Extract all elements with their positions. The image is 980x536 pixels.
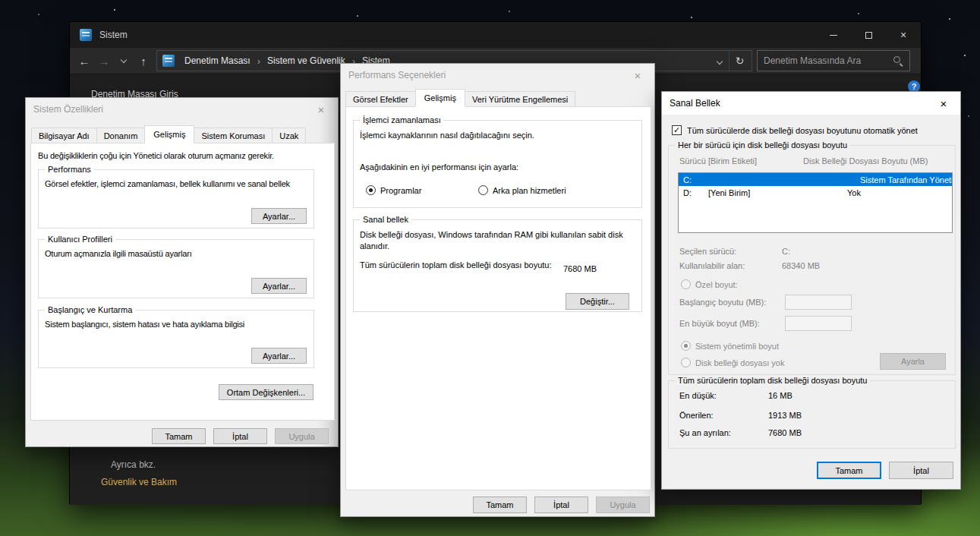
group-title: Her bir sürücü için disk belleği dosyası…: [675, 140, 850, 150]
scheduling-prompt: Aşağıdakinin en iyi performansı için aya…: [360, 162, 518, 172]
radio-no-pagefile: Disk belleği dosyası yok: [681, 358, 784, 367]
cancel-button[interactable]: İptal: [889, 462, 953, 479]
cancel-button[interactable]: İptal: [534, 497, 588, 513]
tab-advanced[interactable]: Gelişmiş: [144, 125, 194, 143]
totals-group: Tüm sürücülerin toplam disk belleği dosy…: [668, 380, 956, 449]
dialog-titlebar[interactable]: Sistem Özellikleri ×: [26, 98, 338, 121]
maximize-button[interactable]: [851, 22, 886, 48]
drive-paging-size: Sistem Tarafından Yönetilen: [860, 175, 953, 184]
desktop-wallpaper: Sistem × ← → ↑ Denetim Masası › Sistem v…: [0, 0, 980, 536]
search-input[interactable]: [764, 55, 893, 66]
total-paging-value: 7680 MB: [563, 264, 597, 273]
cancel-button[interactable]: İptal: [213, 428, 267, 444]
radio-icon: [681, 341, 691, 351]
selected-drive-value: C:: [782, 247, 790, 256]
minimize-button[interactable]: [816, 22, 851, 48]
history-dropdown-button[interactable]: [114, 49, 134, 72]
breadcrumb-separator-icon[interactable]: ›: [256, 55, 262, 67]
set-button: Ayarla: [880, 353, 946, 370]
breadcrumb-system-security[interactable]: Sistem ve Güvenlik: [262, 55, 351, 66]
window-titlebar[interactable]: Sistem ×: [70, 22, 921, 48]
radio-programs[interactable]: Programlar: [366, 185, 421, 195]
address-dropdown-button[interactable]: [711, 55, 729, 66]
radio-label: Disk belleği dosyası yok: [695, 358, 784, 367]
group-title: Performans: [45, 165, 94, 174]
search-icon: [893, 55, 903, 66]
tab-strip: Görsel Efektler Gelişmiş Veri Yürütme En…: [345, 89, 575, 107]
tab-hardware[interactable]: Donanım: [96, 128, 146, 143]
user-profiles-group: Kullanıcı Profilleri Oturum açmanızla il…: [38, 239, 314, 298]
group-title: Kullanıcı Profilleri: [45, 235, 115, 244]
tab-computer-name[interactable]: Bilgisayar Adı: [31, 128, 97, 143]
total-paging-label: Tüm sürücülerin toplam disk belleği dosy…: [360, 260, 559, 271]
minimum-value: 16 MB: [768, 391, 793, 400]
initial-size-input: [785, 295, 852, 310]
auto-manage-checkbox[interactable]: ✓ Tüm sürücülerde disk belleği dosyası b…: [672, 125, 918, 135]
close-icon[interactable]: ×: [621, 64, 654, 87]
checkbox-checked-icon: ✓: [672, 125, 682, 135]
dialog-title: Sanal Bellek: [670, 98, 720, 109]
tab-system-protection[interactable]: Sistem Koruması: [194, 128, 273, 143]
control-panel-icon: [162, 55, 175, 67]
change-button[interactable]: Değiştir...: [566, 293, 629, 310]
system-properties-dialog: Sistem Özellikleri × Bilgisayar Adı Dona…: [25, 97, 339, 447]
tab-advanced[interactable]: Gelişmiş: [415, 89, 465, 107]
group-description: Oturum açmanızla ilgili masaüstü ayarlar…: [45, 249, 192, 258]
per-drive-group: Her bir sürücü için disk belleği dosyası…: [668, 145, 956, 375]
minimum-label: En düşük:: [679, 391, 717, 400]
radio-background-services[interactable]: Arka plan hizmetleri: [478, 185, 566, 195]
apply-button: Uygula: [596, 497, 650, 513]
column-header-size: Disk Belleği Dosyası Boyutu (MB): [803, 156, 928, 166]
ok-button[interactable]: Tamam: [152, 428, 206, 444]
group-description: Sistem başlangıcı, sistem hatası ve hata…: [45, 320, 244, 329]
radio-system-managed: Sistem yönetimli boyut: [681, 341, 779, 351]
virtual-memory-dialog: Sanal Bellek × ✓ Tüm sürücülerde disk be…: [661, 91, 961, 490]
drive-row-d[interactable]: D: [Yeni Birim] Yok: [679, 186, 952, 199]
virtual-memory-description: Disk belleği dosyası, Windows tarafından…: [360, 229, 637, 252]
tab-visual-effects[interactable]: Görsel Efektler: [345, 91, 416, 107]
environment-variables-button[interactable]: Ortam Değişkenleri...: [219, 384, 314, 400]
up-button[interactable]: ↑: [134, 49, 153, 72]
dialog-title: Performans Seçenekleri: [348, 70, 446, 80]
radio-label: Programlar: [380, 186, 421, 195]
drive-listbox[interactable]: C: Sistem Tarafından Yönetilen D: [Yeni …: [678, 172, 953, 233]
allocated-value: 7680 MB: [768, 428, 802, 437]
initial-size-label: Başlangıç boyutu (MB):: [679, 298, 766, 307]
apply-button: Uygula: [275, 428, 329, 444]
ok-button[interactable]: Tamam: [817, 462, 881, 479]
max-size-label: En büyük boyut (MB):: [679, 319, 760, 328]
radio-custom-size: Özel boyut:: [681, 279, 738, 289]
startup-recovery-settings-button[interactable]: Ayarlar...: [251, 348, 307, 364]
recommended-value: 1913 MB: [768, 411, 802, 420]
recommended-label: Önerilen:: [679, 411, 714, 420]
checkbox-label: Tüm sürücülerde disk belleği dosyası boy…: [687, 126, 918, 135]
control-panel-icon: [80, 29, 92, 41]
dialog-titlebar[interactable]: Sanal Bellek ×: [662, 92, 960, 115]
processor-scheduling-group: İşlemci zamanlaması İşlemci kaynaklarını…: [353, 120, 642, 208]
drive-letter: D:: [683, 188, 692, 197]
breadcrumb-control-panel[interactable]: Denetim Masası: [179, 55, 256, 66]
window-title: Sistem: [99, 30, 128, 40]
allocated-label: Şu an ayrılan:: [679, 428, 731, 437]
see-also-heading: Ayrıca bkz.: [111, 459, 156, 470]
tab-remote[interactable]: Uzak: [272, 128, 306, 143]
dialog-titlebar[interactable]: Performans Seçenekleri ×: [341, 64, 654, 87]
back-button[interactable]: ←: [74, 49, 94, 72]
tab-dep[interactable]: Veri Yürütme Engellemesi: [465, 91, 575, 107]
radio-label: Sistem yönetimli boyut: [695, 342, 779, 351]
chevron-down-icon: [717, 58, 723, 65]
drive-row-c[interactable]: C: Sistem Tarafından Yönetilen: [679, 173, 952, 186]
ok-button[interactable]: Tamam: [473, 497, 527, 513]
user-profiles-settings-button[interactable]: Ayarlar...: [251, 278, 307, 294]
tab-strip: Bilgisayar Adı Donanım Gelişmiş Sistem K…: [31, 125, 305, 143]
close-button[interactable]: ×: [886, 22, 921, 48]
drive-volume-label: [Yeni Birim]: [708, 188, 750, 197]
security-maintenance-link[interactable]: Güvenlik ve Bakım: [101, 477, 177, 487]
close-icon[interactable]: ×: [304, 98, 338, 121]
performance-settings-button[interactable]: Ayarlar...: [251, 208, 307, 224]
close-icon[interactable]: ×: [927, 92, 960, 115]
refresh-button[interactable]: ↻: [729, 51, 750, 71]
forward-button[interactable]: →: [94, 49, 114, 72]
max-size-input: [785, 316, 852, 331]
search-box[interactable]: [757, 50, 910, 71]
